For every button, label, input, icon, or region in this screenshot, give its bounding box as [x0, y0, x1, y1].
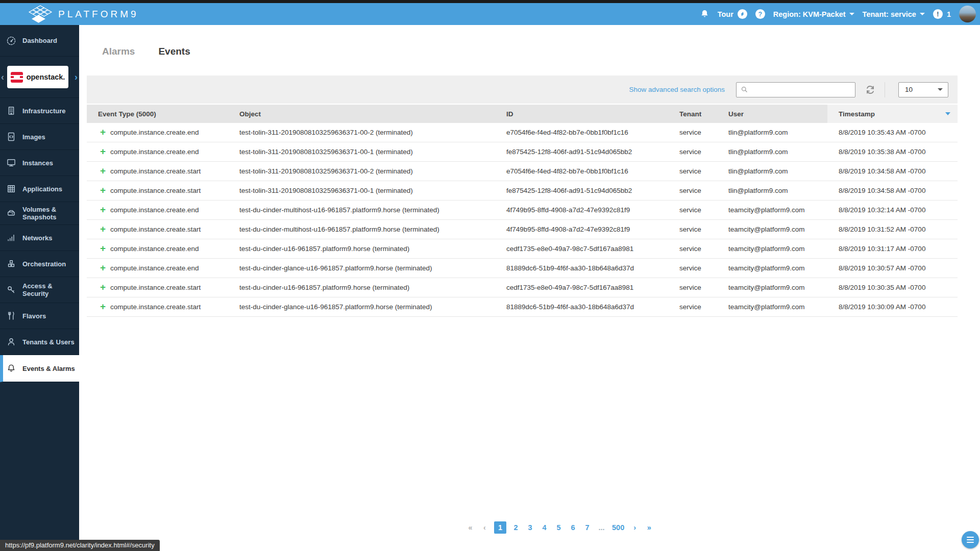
expand-plus-icon[interactable]: + [100, 283, 106, 292]
chevron-left-icon[interactable]: ‹ [1, 72, 4, 83]
advanced-search-link[interactable]: Show advanced search options [629, 86, 725, 93]
openstack-logo-text: openstack. [27, 73, 65, 81]
expand-plus-icon[interactable]: + [100, 225, 106, 234]
event-type-cell: compute.instance.create.end [110, 264, 199, 272]
tenant-cell: service [668, 129, 717, 136]
table-body: + compute.instance.create.end test-tolin… [87, 123, 958, 317]
tab-events[interactable]: Events [158, 46, 190, 57]
expand-plus-icon[interactable]: + [100, 303, 106, 311]
timestamp-cell: 8/8/2019 10:30:09 AM -0700 [827, 303, 958, 311]
alert-count: 1 [947, 10, 951, 18]
page-6-button[interactable]: 6 [568, 521, 578, 534]
table-row[interactable]: + compute.instance.create.end test-du-ci… [87, 201, 958, 220]
column-header-event-type[interactable]: Event Type (5000) [87, 110, 228, 118]
page-7-button[interactable]: 7 [582, 521, 592, 534]
table-row[interactable]: + compute.instance.create.start test-tol… [87, 181, 958, 201]
table-row[interactable]: + compute.instance.create.end test-tolin… [87, 123, 958, 142]
table-row[interactable]: + compute.instance.create.start test-du-… [87, 278, 958, 297]
timestamp-cell: 8/8/2019 10:32:14 AM -0700 [827, 206, 958, 214]
expand-plus-icon[interactable]: + [100, 128, 106, 137]
tenant-label: Tenant: service [863, 10, 916, 18]
object-cell: test-tolin-311-20190808103259636371-00-1… [228, 148, 495, 156]
id-cell: e7054f6e-f4ed-4f82-bb7e-0bb1f0bf1c16 [495, 167, 668, 175]
next-page-button[interactable]: › [630, 521, 640, 534]
object-cell: test-tolin-311-20190808103259636371-00-2… [228, 167, 495, 175]
sidebar-item-access-security[interactable]: Access & Security [0, 277, 79, 303]
menu-fab-button[interactable] [962, 531, 979, 548]
tenant-cell: service [668, 245, 717, 253]
sidebar-item-instances[interactable]: Instances [0, 150, 79, 176]
event-type-cell: compute.instance.create.start [110, 303, 201, 311]
table-row[interactable]: + compute.instance.create.end test-tolin… [87, 142, 958, 162]
column-header-tenant[interactable]: Tenant [668, 110, 717, 118]
id-cell: 81889dc6-51b9-4f6f-aa30-18b648a6d37d [495, 303, 668, 311]
platform9-logo[interactable]: PLATFORM9 [29, 5, 139, 23]
storage-icon [6, 208, 16, 218]
sidebar-item-events-alarms[interactable]: Events & Alarms [0, 355, 79, 382]
table-row[interactable]: + compute.instance.create.end test-du-ci… [87, 259, 958, 278]
table-row[interactable]: + compute.instance.create.end test-du-ci… [87, 239, 958, 259]
expand-plus-icon[interactable]: + [100, 147, 106, 156]
expand-plus-icon[interactable]: + [100, 244, 106, 253]
alert-badge-icon: ! [933, 9, 943, 19]
sidebar-item-applications[interactable]: Applications [0, 176, 79, 202]
expand-plus-icon[interactable]: + [100, 206, 106, 214]
users-icon [6, 337, 16, 347]
table-row[interactable]: + compute.instance.create.start test-tol… [87, 162, 958, 181]
tenant-cell: service [668, 303, 717, 311]
tenant-menu[interactable]: Tenant: service [863, 10, 925, 18]
notifications-bell-icon[interactable] [700, 9, 709, 19]
sidebar-item-orchestration[interactable]: Orchestration [0, 251, 79, 277]
tenant-cell: service [668, 226, 717, 233]
expand-plus-icon[interactable]: + [100, 167, 106, 176]
column-header-object[interactable]: Object [228, 110, 495, 118]
page-2-button[interactable]: 2 [511, 521, 521, 534]
sidebar-item-images[interactable]: Images [0, 124, 79, 150]
alerts-indicator[interactable]: ! 1 [933, 9, 951, 19]
timestamp-cell: 8/8/2019 10:31:17 AM -0700 [827, 245, 958, 253]
page-size-select[interactable]: 10 [898, 82, 948, 97]
chevron-right-icon[interactable]: › [75, 72, 78, 83]
column-header-timestamp[interactable]: Timestamp [827, 105, 958, 123]
region-menu[interactable]: Region: KVM-Packet [773, 10, 854, 18]
compass-icon [738, 9, 747, 19]
help-icon[interactable]: ? [755, 9, 765, 19]
cubes-icon [6, 259, 16, 269]
expand-plus-icon[interactable]: + [100, 264, 106, 272]
page-3-button[interactable]: 3 [525, 521, 535, 534]
page-500-button[interactable]: 500 [611, 521, 625, 534]
object-cell: test-du-cinder-glance-u16-961857.platfor… [228, 303, 495, 311]
event-type-cell: compute.instance.create.start [110, 167, 201, 175]
id-cell: e7054f6e-f4ed-4f82-bb7e-0bb1f0bf1c16 [495, 129, 668, 136]
expand-plus-icon[interactable]: + [100, 186, 106, 195]
sidebar-item-flavors[interactable]: Flavors [0, 303, 79, 329]
sidebar-item-volumes-snapshots[interactable]: Volumes & Snapshots [0, 202, 79, 225]
refresh-icon[interactable] [864, 84, 876, 96]
user-avatar[interactable] [959, 6, 976, 22]
tenant-cell: service [668, 167, 717, 175]
sidebar-item-infrastructure[interactable]: Infrastructure [0, 98, 79, 124]
sidebar-item-networks[interactable]: Networks [0, 225, 79, 251]
page-1-button[interactable]: 1 [494, 521, 506, 534]
ellipsis-button: ... [597, 521, 606, 534]
column-header-id[interactable]: ID [495, 110, 668, 118]
search-input[interactable] [751, 85, 851, 94]
table-row[interactable]: + compute.instance.create.start test-du-… [87, 297, 958, 317]
event-type-cell: compute.instance.create.end [110, 148, 199, 156]
openstack-logo[interactable]: openstack. [7, 66, 68, 88]
main-content: Alarms Events Show advanced search optio… [79, 25, 980, 551]
top-bar: PLATFORM9 Tour ? Region: KVM-Packet Tena… [0, 3, 980, 25]
sidebar-item-dashboard[interactable]: Dashboard [0, 25, 79, 57]
column-header-user[interactable]: User [717, 110, 827, 118]
tour-button[interactable]: Tour [718, 9, 747, 19]
last-page-button[interactable]: » [644, 521, 654, 534]
page-4-button[interactable]: 4 [540, 521, 549, 534]
sidebar-item-tenants-users[interactable]: Tenants & Users [0, 329, 79, 355]
id-cell: cedf1735-e8e0-49a7-98c7-5df167aa8981 [495, 245, 668, 253]
table-row[interactable]: + compute.instance.create.start test-du-… [87, 220, 958, 239]
page-size-value: 10 [905, 86, 913, 93]
sort-desc-icon[interactable] [945, 112, 950, 115]
tab-alarms[interactable]: Alarms [102, 46, 135, 57]
tenant-cell: service [668, 284, 717, 291]
page-5-button[interactable]: 5 [554, 521, 564, 534]
